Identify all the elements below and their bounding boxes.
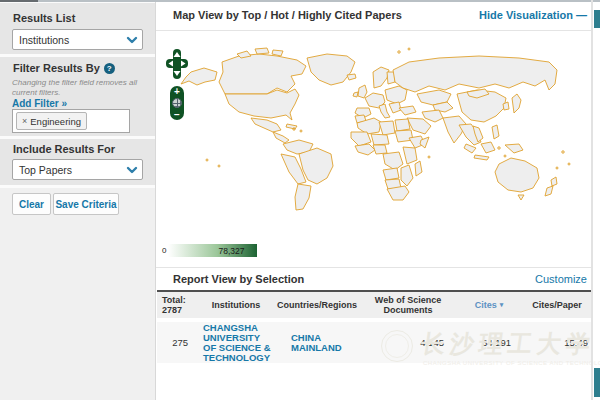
results-list-section: Results List Institutions [0,3,155,54]
map-pan-control[interactable] [166,49,188,79]
region-south-korea[interactable] [503,102,509,110]
hide-visualization-link[interactable]: Hide Visualization — [479,9,587,21]
region-uk[interactable] [358,85,367,98]
chevron-down-icon [126,36,138,44]
sort-desc-icon[interactable]: ▾ [500,300,504,311]
globe-icon[interactable] [172,98,182,108]
add-filter-link[interactable]: Add Filter » [12,98,67,109]
zoom-in-button[interactable]: + [174,87,180,96]
row-cites-per-paper: 15.49 [521,322,593,363]
filter-results-label: Filter Results By? [13,62,115,74]
column-cites-sorted[interactable]: Cites ▾ [457,292,521,318]
region-australia[interactable] [495,158,539,192]
institution-link[interactable]: CHANGSHA UNIVERSITY OF SCIENCE & TECHNOL… [203,323,275,363]
column-cites-per-paper[interactable]: Cites/Paper [521,292,593,318]
chevron-down-icon [126,166,138,174]
map-panel-title: Map View by Top / Hot / Highly Cited Pap… [173,9,402,21]
region-scandinavia[interactable] [373,67,389,88]
region-usa[interactable] [225,89,299,120]
table-row: 275 CHANGSHA UNIVERSITY OF SCIENCE & TEC… [157,322,593,363]
region-canada-arctic[interactable] [272,50,283,56]
region-philippines[interactable] [492,125,499,139]
region-borneo[interactable] [481,142,495,153]
region-libya[interactable] [379,121,395,135]
region-iceland[interactable] [347,74,356,80]
region-russia[interactable] [393,56,557,92]
column-total: Total: 2787 [157,292,197,318]
region-canada-arctic[interactable] [255,48,269,54]
region-south-africa[interactable] [387,186,409,200]
country-link[interactable]: CHINA MAINLAND [291,333,359,353]
region-angola[interactable] [383,168,399,180]
region-egypt[interactable] [395,119,410,131]
row-count: 275 [157,322,197,363]
region-new-zealand[interactable] [545,186,553,196]
region-argentina[interactable] [295,184,311,210]
clear-button[interactable]: Clear [12,193,51,215]
filter-input[interactable]: × Engineering [12,109,130,133]
region-mexico[interactable] [251,118,281,132]
save-criteria-button[interactable]: Save Criteria [53,193,119,215]
sidebar-actions-section: Clear Save Criteria [0,188,155,400]
region-japan[interactable] [512,94,521,113]
choropleth-map [159,32,595,244]
zoom-out-button[interactable]: − [174,110,180,119]
region-tasmania[interactable] [518,195,524,200]
column-documents[interactable]: Web of Science Documents [359,292,457,318]
report-title: Report View by Selection [173,273,304,285]
legend-max: 78,327 [218,246,244,256]
region-canada[interactable] [219,54,306,94]
filters-sidebar: Results List Institutions Filter Results… [0,2,155,400]
row-documents: 4,145 [359,322,457,363]
scrollbar-segment[interactable] [594,10,600,28]
include-results-label: Include Results For [13,143,115,155]
include-results-selected-value: Top Papers [19,164,72,176]
region-madagascar[interactable] [415,161,422,176]
region-mozambique[interactable] [401,165,413,186]
region-niger-chad[interactable] [371,134,389,145]
region-nigeria[interactable] [373,145,387,154]
legend-min: 0 [162,246,166,255]
region-west-africa[interactable] [355,144,375,155]
scrollbar-segment[interactable] [594,368,600,397]
filter-results-section: Filter Results By? Changing the filter f… [0,57,155,136]
include-results-section: Include Results For Top Papers [0,139,155,185]
customize-link[interactable]: Customize [535,273,587,285]
help-icon[interactable]: ? [104,63,115,74]
report-divider [156,267,593,268]
region-ireland[interactable] [353,92,358,97]
collapse-icon[interactable]: — [576,9,587,21]
filter-tag-engineering[interactable]: × Engineering [16,112,87,130]
region-balkans[interactable] [389,102,401,113]
region-new-guinea[interactable] [505,144,523,153]
report-table-header: Total: 2787 Institutions Countries/Regio… [157,290,593,318]
include-results-select[interactable]: Top Papers [12,159,143,180]
column-countries[interactable]: Countries/Regions [275,292,359,318]
results-list-selected-value: Institutions [19,34,69,46]
column-institutions[interactable]: Institutions [197,292,275,318]
region-drc[interactable] [383,152,403,170]
results-list-label: Results List [13,12,75,24]
right-divider [591,0,593,400]
map-zoom-control[interactable]: + − [170,86,184,120]
region-italy[interactable] [379,104,390,118]
results-list-select[interactable]: Institutions [12,29,143,50]
region-turkey[interactable] [399,106,416,115]
legend-gradient-bar: 78,327 [168,244,257,257]
row-cites: 64,191 [457,322,521,363]
region-iran[interactable] [422,110,443,122]
region-central-america[interactable] [273,132,289,143]
region-java[interactable] [474,155,489,160]
remove-filter-icon[interactable]: × [22,116,27,126]
world-map: + − 0 78,327 [159,32,595,244]
filter-note: Changing the filter field removes all cu… [12,78,144,97]
map-visualization-panel: Map View by Top / Hot / Highly Cited Pap… [155,2,593,400]
esi-map-view-page: Results List Institutions Filter Results… [0,0,600,400]
region-greenland[interactable] [307,54,355,85]
filter-tag-label: Engineering [30,116,81,127]
region-east-africa[interactable] [403,147,417,164]
map-legend: 0 78,327 [162,244,257,257]
region-new-zealand[interactable] [551,177,557,186]
header-divider [156,30,593,31]
